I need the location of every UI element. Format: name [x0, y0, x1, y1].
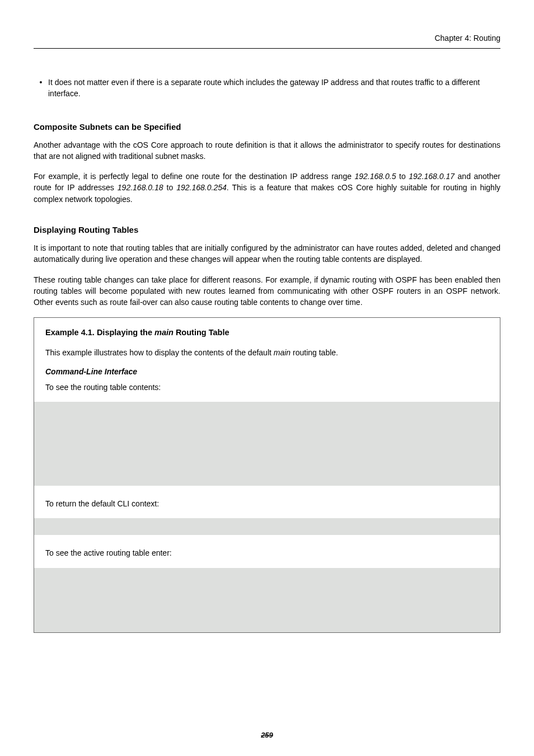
bullet-item: • It does not matter even if there is a … [34, 77, 500, 100]
example-box: Example 4.1. Displaying the main Routing… [34, 317, 500, 633]
code-block [34, 518, 500, 535]
text: Example 4.1. Displaying the [45, 328, 154, 337]
page: Chapter 4: Routing • It does not matter … [0, 0, 534, 756]
text: Routing Table [174, 328, 229, 337]
code-block [34, 402, 500, 486]
ip-address: 192.168.0.254 [176, 183, 227, 192]
text: For example, it is perfectly legal to de… [34, 172, 355, 181]
page-number: 259 [0, 731, 534, 739]
paragraph: These routing table changes can take pla… [34, 274, 500, 308]
example-step: To see the routing table contents: [45, 382, 489, 393]
example-intro: This example illustrates how to display … [45, 347, 489, 358]
code-block [34, 568, 500, 632]
paragraph: For example, it is perfectly legal to de… [34, 171, 500, 205]
text-emphasis: main [154, 328, 174, 337]
running-header: Chapter 4: Routing [34, 34, 500, 49]
heading-composite-subnets: Composite Subnets can be Specified [34, 122, 500, 132]
text: This example illustrates how to display … [45, 348, 274, 357]
bullet-list: • It does not matter even if there is a … [34, 77, 500, 100]
heading-displaying-routing-tables: Displaying Routing Tables [34, 225, 500, 234]
ip-address: 192.168.0.18 [118, 183, 163, 192]
example-step: To return the default CLI context: [45, 498, 489, 509]
text: to [163, 183, 177, 192]
text-emphasis: main [274, 348, 291, 357]
paragraph: Another advantage with the cOS Core appr… [34, 139, 500, 162]
bullet-marker: • [34, 77, 48, 88]
ip-address: 192.168.0.17 [409, 172, 455, 181]
paragraph: It is important to note that routing tab… [34, 242, 500, 265]
example-title: Example 4.1. Displaying the main Routing… [45, 328, 489, 337]
example-step: To see the active routing table enter: [45, 547, 489, 558]
text: routing table. [291, 348, 338, 357]
ip-address: 192.168.0.5 [355, 172, 396, 181]
bullet-text: It does not matter even if there is a se… [48, 77, 500, 100]
cli-subheading: Command-Line Interface [45, 367, 489, 376]
text: to [396, 172, 409, 181]
